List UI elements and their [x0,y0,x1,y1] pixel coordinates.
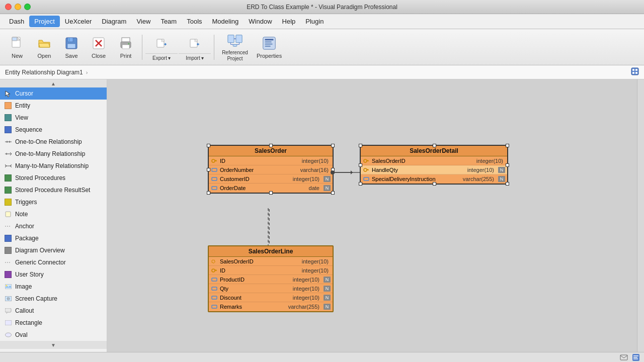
svg-rect-23 [265,41,272,42]
svg-rect-66 [212,168,217,171]
separator-1 [142,35,142,60]
menu-dash[interactable]: Dash [4,16,29,27]
svg-rect-93 [633,358,638,359]
sidebar-item-note[interactable]: Note [0,208,107,220]
save-button[interactable]: Save [58,32,85,62]
table-row[interactable]: ProductID integer(10) N [209,275,333,284]
svg-rect-5 [69,38,70,41]
svg-point-72 [364,159,367,162]
table-row[interactable]: ID integer(10) [209,156,333,165]
save-icon [63,35,79,51]
menu-uexceler[interactable]: UeXceler [60,16,97,27]
import-icon [189,38,200,49]
table-row[interactable]: Qty integer(10) N [209,284,333,293]
svg-marker-71 [351,170,353,174]
sidebar-item-package[interactable]: Package [0,232,107,244]
svg-marker-54 [7,312,8,314]
properties-button[interactable]: Properties [254,32,285,62]
sidebar-item-view[interactable]: View [0,112,107,124]
sidebar-item-diagram-overview[interactable]: Diagram Overview [0,244,107,256]
svg-rect-29 [632,72,634,74]
one-to-one-icon [4,138,12,146]
table-row[interactable]: OrderNumber varchar(16) [209,165,333,174]
sidebar-item-triggers[interactable]: Triggers [0,196,107,208]
sidebar-item-image[interactable]: Image [0,281,107,293]
sales-order-table[interactable]: SalesOrder ID integer(10) OrderNumber va… [208,145,334,194]
svg-point-49 [6,285,7,287]
export-button[interactable]: Export ▾ [145,32,178,62]
rectangle-icon [4,319,12,327]
pk-icon [211,267,218,274]
table-row[interactable]: SalesOrderID integer(10) [209,257,333,266]
svg-rect-6 [67,44,75,48]
svg-point-75 [364,168,367,171]
table-row[interactable]: CustomerID integer(10) N [209,174,333,184]
sidebar-item-callout[interactable]: Callout [0,305,107,317]
svg-rect-78 [364,177,369,180]
settings-icon[interactable] [632,353,640,361]
menu-window[interactable]: Window [244,16,277,27]
fk-icon [211,258,218,265]
sidebar-item-cursor[interactable]: Cursor [0,87,107,100]
svg-rect-55 [5,320,12,325]
sidebar-item-sequence[interactable]: Sequence [0,124,107,136]
close-button[interactable]: Close [86,32,112,62]
menu-view[interactable]: View [131,16,155,27]
svg-rect-91 [633,355,638,356]
sidebar-item-one-to-one[interactable]: One-to-One Relationship [0,136,107,148]
sidebar-scroll-down[interactable]: ▼ [0,341,107,349]
sidebar-item-many-to-many[interactable]: Many-to-Many Relationship [0,160,107,172]
sidebar-scroll-up[interactable]: ▲ [0,79,107,87]
sales-order-line-table[interactable]: SalesOrderLine SalesOrderID integer(10) … [208,245,334,312]
field-icon [211,276,218,283]
svg-rect-30 [635,72,637,74]
menu-tools[interactable]: Tools [182,16,207,27]
sidebar-item-user-story[interactable]: User Story [0,268,107,281]
open-button[interactable]: Open [31,32,57,62]
table-row[interactable]: ID integer(10) [209,266,333,275]
menu-diagram[interactable]: Diagram [97,16,131,27]
pk-icon [363,166,370,173]
sidebar-item-generic-connector[interactable]: Generic Connector [0,256,107,268]
svg-rect-25 [265,46,271,47]
svg-rect-68 [212,187,217,190]
close-window-button[interactable] [5,4,12,10]
maximize-window-button[interactable] [24,4,31,10]
sidebar-item-stored-procedure-resultset[interactable]: Stored Procedure ResultSet [0,184,107,196]
menu-project[interactable]: Project [29,16,59,27]
table-row[interactable]: HandleQty integer(10) N [361,165,507,174]
menu-modeling[interactable]: Modeling [207,16,244,27]
sidebar-item-stored-procedures[interactable]: Stored Procedures [0,172,107,184]
export-icon [156,38,167,49]
cursor-icon [4,89,12,98]
sidebar-item-oval[interactable]: Oval [0,329,107,341]
print-button[interactable]: Print [113,32,139,62]
sidebar-item-anchor[interactable]: Anchor [0,220,107,232]
sales-order-detail-table[interactable]: SalesOrderDetail SalesOrderID integer(10… [360,145,508,185]
import-button[interactable]: Import ▾ [179,32,211,62]
sidebar-item-screen-capture[interactable]: Screen Capture [0,293,107,305]
svg-rect-92 [633,357,637,358]
referenced-project-button[interactable]: ReferencedProject [217,32,253,62]
table-row[interactable]: Discount integer(10) N [209,293,333,302]
one-to-many-icon [4,150,12,158]
mail-icon[interactable] [620,353,628,361]
menu-help[interactable]: Help [277,16,301,27]
canvas-scrollbar[interactable] [637,79,644,362]
sidebar-item-rectangle[interactable]: Rectangle [0,317,107,329]
sidebar-item-one-to-many[interactable]: One-to-Many Relationship [0,148,107,160]
menu-team[interactable]: Team [155,16,182,27]
menu-plugin[interactable]: Plugin [300,16,329,27]
diagram-canvas[interactable]: SalesOrder ID integer(10) OrderNumber va… [107,79,644,362]
table-row[interactable]: Remarks varchar(255) N [209,302,333,311]
many-to-many-icon [4,162,12,170]
breadcrumb: Entity Relationship Diagram1 › [0,65,644,79]
sidebar-item-entity[interactable]: Entity [0,100,107,112]
new-button[interactable]: New [4,32,30,62]
table-row[interactable]: SalesOrderID integer(10) [361,156,507,165]
diagram-view-icon[interactable] [631,67,639,75]
window-controls [5,4,31,10]
toolbar: New Open Save [0,29,644,65]
view-icon [4,114,12,122]
minimize-window-button[interactable] [15,4,21,10]
